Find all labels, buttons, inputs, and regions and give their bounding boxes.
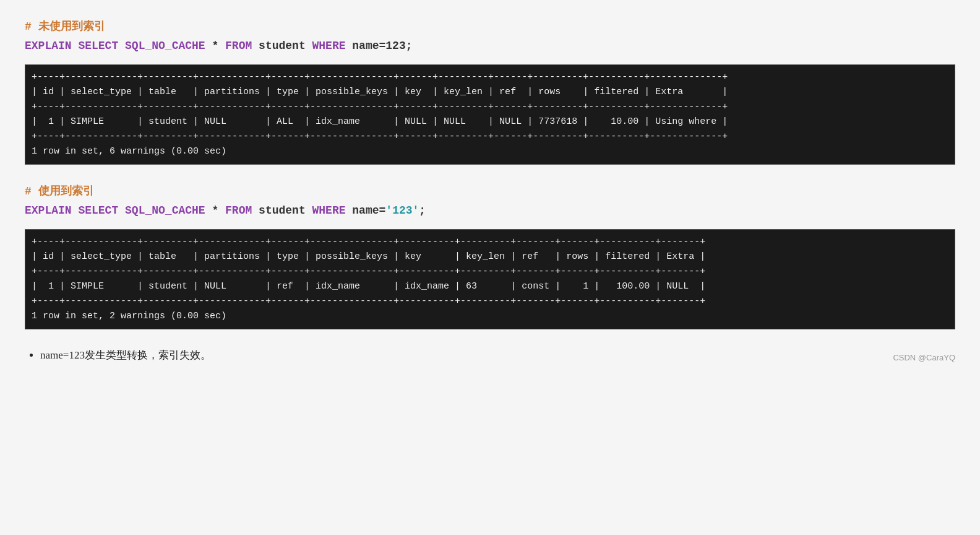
sql2-star: * xyxy=(212,204,225,217)
table1-content: +----+-------------+---------+----------… xyxy=(25,65,955,164)
sql1-explain: EXPLAIN SELECT SQL_NO_CACHE xyxy=(25,40,212,52)
sql1-from: FROM xyxy=(225,40,259,52)
sql1-star: * xyxy=(212,40,225,52)
sql2-table: student xyxy=(259,204,312,217)
sql2-explain: EXPLAIN SELECT SQL_NO_CACHE xyxy=(25,204,212,217)
sql1-table: student xyxy=(259,40,312,52)
sql2-from: FROM xyxy=(225,204,259,217)
sql2: EXPLAIN SELECT SQL_NO_CACHE * FROM stude… xyxy=(25,204,955,217)
sql2-end: ; xyxy=(419,204,426,217)
bullet-section: name=123发生类型转换，索引失效。 CSDN @CaraYQ xyxy=(25,348,955,362)
watermark: CSDN @CaraYQ xyxy=(893,353,955,362)
comment1: # 未使用到索引 xyxy=(25,19,955,33)
section1: # 未使用到索引 EXPLAIN SELECT SQL_NO_CACHE * F… xyxy=(25,19,955,165)
bullet-list: name=123发生类型转换，索引失效。 xyxy=(25,348,211,362)
bullet-item: name=123发生类型转换，索引失效。 xyxy=(40,348,211,362)
table1: +----+-------------+---------+----------… xyxy=(25,64,955,165)
comment2: # 使用到索引 xyxy=(25,183,955,198)
table2-content: +----+-------------+---------+----------… xyxy=(25,230,955,329)
sql2-string: '123' xyxy=(385,204,419,217)
sql1-condition: name=123; xyxy=(352,40,412,52)
sql2-where: WHERE xyxy=(312,204,353,217)
sql1: EXPLAIN SELECT SQL_NO_CACHE * FROM stude… xyxy=(25,40,955,52)
table2: +----+-------------+---------+----------… xyxy=(25,229,955,329)
section2: # 使用到索引 EXPLAIN SELECT SQL_NO_CACHE * FR… xyxy=(25,183,955,329)
sql1-where: WHERE xyxy=(312,40,353,52)
sql2-name: name= xyxy=(352,204,385,217)
